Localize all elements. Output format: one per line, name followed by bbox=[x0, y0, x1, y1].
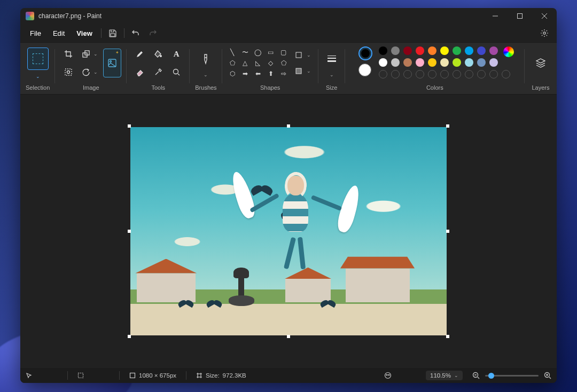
custom-color-slot[interactable] bbox=[379, 70, 387, 79]
shape-hexagon[interactable]: ⬡ bbox=[230, 70, 235, 77]
color-swatch[interactable] bbox=[440, 46, 449, 55]
layers-button[interactable] bbox=[530, 52, 551, 74]
resize-handle-ml[interactable] bbox=[128, 230, 131, 233]
resize-button[interactable] bbox=[79, 46, 100, 62]
color-picker-tool[interactable] bbox=[150, 64, 166, 80]
group-image: ✦ Image bbox=[55, 45, 127, 94]
canvas-image[interactable] bbox=[130, 127, 447, 335]
text-tool[interactable]: A bbox=[168, 46, 184, 62]
custom-color-slot[interactable] bbox=[391, 70, 400, 79]
color-swatch[interactable] bbox=[391, 46, 400, 55]
custom-color-slot[interactable] bbox=[489, 70, 498, 79]
color-2-swatch[interactable] bbox=[358, 64, 371, 76]
color-swatch[interactable] bbox=[391, 58, 400, 67]
shape-rect[interactable]: ▭ bbox=[268, 49, 274, 56]
custom-color-slot[interactable] bbox=[440, 70, 449, 79]
resize-handle-mr[interactable] bbox=[446, 230, 449, 233]
color-swatch[interactable] bbox=[440, 58, 449, 67]
resize-handle-br[interactable] bbox=[446, 335, 449, 338]
custom-color-slot[interactable] bbox=[403, 70, 412, 79]
shape-arrow-left[interactable]: ⬅ bbox=[255, 70, 261, 77]
color-swatch[interactable] bbox=[428, 46, 436, 55]
crop-button[interactable] bbox=[60, 46, 76, 62]
color-swatch[interactable] bbox=[403, 58, 412, 67]
fill-tool[interactable] bbox=[150, 46, 166, 62]
shape-diamond[interactable]: ◇ bbox=[268, 60, 273, 66]
shape-arrow-down[interactable]: ⇨ bbox=[281, 70, 286, 77]
color-swatch[interactable] bbox=[416, 46, 424, 55]
color-swatch[interactable] bbox=[477, 58, 486, 67]
color-swatch[interactable] bbox=[465, 58, 473, 67]
save-button[interactable] bbox=[105, 25, 121, 41]
color-swatch[interactable] bbox=[379, 46, 387, 55]
custom-color-slot[interactable] bbox=[477, 70, 486, 79]
shape-oval[interactable]: ◯ bbox=[254, 49, 261, 56]
resize-handle-tm[interactable] bbox=[287, 124, 290, 128]
resize-handle-bl[interactable] bbox=[128, 335, 131, 338]
canvas-selection-wrap bbox=[130, 127, 447, 335]
status-copilot[interactable] bbox=[384, 372, 416, 379]
shape-polygon[interactable]: ⬠ bbox=[230, 60, 235, 66]
color-swatch[interactable] bbox=[416, 58, 424, 67]
shape-triangle[interactable]: △ bbox=[243, 60, 247, 66]
edit-colors-button[interactable] bbox=[503, 46, 514, 57]
custom-color-slot[interactable] bbox=[428, 70, 436, 79]
remove-background-button[interactable] bbox=[60, 64, 76, 80]
color-swatch[interactable] bbox=[465, 46, 473, 55]
custom-color-slot[interactable] bbox=[453, 70, 461, 79]
custom-color-slot[interactable] bbox=[465, 70, 473, 79]
shape-right-triangle[interactable]: ◺ bbox=[255, 60, 260, 66]
shape-line[interactable]: ╲ bbox=[230, 49, 234, 56]
color-swatch[interactable] bbox=[428, 58, 436, 67]
pencil-tool[interactable] bbox=[132, 46, 148, 62]
svg-rect-19 bbox=[198, 374, 201, 377]
shape-arrow-up[interactable]: ⬆ bbox=[268, 70, 274, 77]
maximize-button[interactable] bbox=[508, 8, 532, 24]
resize-handle-tr[interactable] bbox=[446, 124, 449, 128]
menu-view[interactable]: View bbox=[71, 27, 97, 40]
color-swatch[interactable] bbox=[477, 46, 486, 55]
undo-button[interactable] bbox=[128, 25, 144, 41]
resize-handle-tl[interactable] bbox=[128, 124, 131, 128]
color-swatch[interactable] bbox=[453, 58, 461, 67]
shape-fill-button[interactable] bbox=[292, 64, 313, 78]
shapes-gallery[interactable]: ╲ 〜 ◯ ▭ ▢ ⬠ △ ◺ ◇ ⬠ ⬡ ➡ ⬅ ⬆ ⇨ bbox=[228, 48, 288, 78]
color-1-swatch[interactable] bbox=[358, 46, 372, 60]
shape-curve[interactable]: 〜 bbox=[242, 49, 248, 56]
canvas-area[interactable] bbox=[20, 95, 557, 368]
custom-color-slot[interactable] bbox=[416, 70, 424, 79]
zoom-out-button[interactable] bbox=[472, 372, 480, 379]
brushes-button[interactable] bbox=[198, 49, 214, 70]
zoom-slider[interactable] bbox=[485, 375, 539, 377]
shape-pentagon[interactable]: ⬠ bbox=[281, 60, 286, 66]
zoom-level-box[interactable]: 110.5% ⌄ bbox=[426, 371, 463, 380]
color-swatch[interactable] bbox=[403, 46, 412, 55]
custom-color-slot[interactable] bbox=[502, 70, 510, 79]
size-button[interactable] bbox=[324, 49, 340, 70]
color-swatch[interactable] bbox=[379, 58, 387, 67]
minimize-button[interactable] bbox=[483, 8, 508, 24]
svg-rect-12 bbox=[296, 52, 301, 58]
selection-tool[interactable] bbox=[27, 48, 49, 70]
color-swatch[interactable] bbox=[489, 46, 498, 55]
zoom-in-button[interactable] bbox=[544, 372, 551, 379]
menu-edit[interactable]: Edit bbox=[48, 27, 70, 40]
group-shapes-label: Shapes bbox=[260, 82, 280, 94]
eraser-tool[interactable] bbox=[132, 64, 148, 80]
close-button[interactable] bbox=[532, 8, 557, 24]
settings-button[interactable] bbox=[536, 25, 552, 41]
magnifier-tool[interactable] bbox=[168, 64, 184, 80]
shape-arrow-right[interactable]: ➡ bbox=[243, 70, 248, 77]
redo-button[interactable] bbox=[145, 25, 161, 41]
menu-file[interactable]: File bbox=[25, 27, 46, 40]
generative-erase-button[interactable]: ✦ bbox=[103, 49, 121, 77]
color-swatch[interactable] bbox=[489, 58, 498, 67]
resize-handle-bm[interactable] bbox=[287, 335, 290, 338]
shape-roundrect[interactable]: ▢ bbox=[280, 49, 286, 56]
painting-bird bbox=[178, 301, 194, 308]
rotate-button[interactable] bbox=[79, 64, 100, 80]
status-selection-size bbox=[77, 372, 110, 379]
shape-outline-button[interactable] bbox=[292, 48, 313, 62]
svg-rect-1 bbox=[518, 14, 523, 19]
color-swatch[interactable] bbox=[453, 46, 461, 55]
